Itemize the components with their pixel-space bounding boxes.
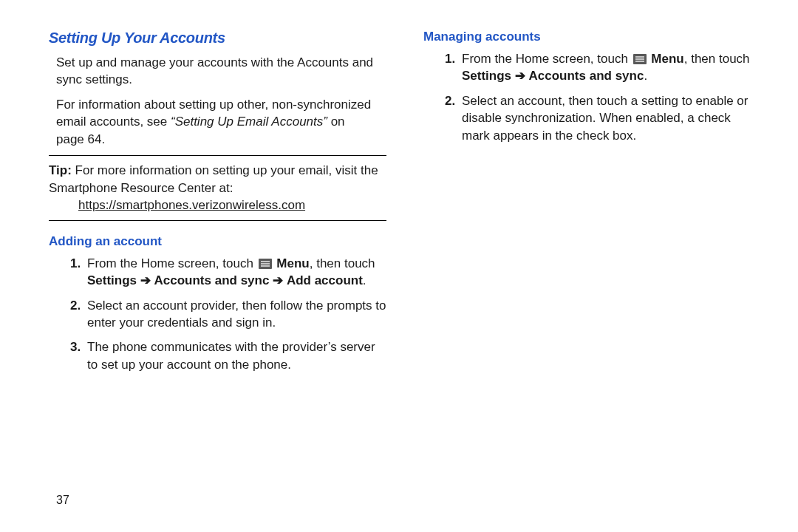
tip-label: Tip:: [49, 163, 72, 177]
cross-reference: “Setting Up Email Accounts”: [171, 115, 327, 129]
text-fragment: From the Home screen, touch: [87, 256, 257, 270]
sub-heading-adding: Adding an account: [49, 234, 386, 249]
page-number: 37: [56, 494, 69, 507]
menu-icon: [259, 259, 272, 269]
step-3: The phone communicates with the provider…: [84, 338, 386, 373]
arrow-icon: ➔: [515, 69, 525, 83]
menu-label: Menu: [651, 52, 683, 66]
section-title: Setting Up Your Accounts: [49, 30, 386, 47]
intro-paragraph-1: Set up and manage your accounts with the…: [49, 54, 386, 89]
nav-path-add: Add account: [287, 273, 363, 287]
nav-path-accounts: Accounts and sync: [154, 273, 270, 287]
step-2: Select an account provider, then follow …: [84, 297, 386, 332]
arrow-icon: ➔: [273, 273, 283, 287]
tip-link[interactable]: https://smartphones.verizonwireless.com: [78, 198, 305, 212]
text-fragment: From the Home screen, touch: [462, 52, 632, 66]
nav-path-accounts: Accounts and sync: [529, 69, 644, 83]
arrow-icon: ➔: [140, 273, 151, 287]
managing-steps: From the Home screen, touch Menu, then t…: [423, 50, 761, 144]
text-fragment: , then touch: [310, 256, 375, 270]
step-1: From the Home screen, touch Menu, then t…: [459, 50, 761, 85]
menu-label: Menu: [276, 256, 309, 270]
menu-icon: [633, 54, 647, 64]
nav-path-settings: Settings: [87, 273, 137, 287]
left-column: Setting Up Your Accounts Set up and mana…: [49, 30, 386, 532]
sub-heading-managing: Managing accounts: [423, 30, 761, 44]
nav-path-settings: Settings: [462, 69, 511, 83]
text-fragment: , then touch: [684, 52, 750, 66]
step-1: From the Home screen, touch Menu, then t…: [84, 255, 386, 290]
adding-steps: From the Home screen, touch Menu, then t…: [49, 255, 386, 374]
text-fragment: .: [644, 69, 647, 83]
intro-paragraph-2: For information about setting up other, …: [49, 96, 386, 148]
tip-text: For more information on setting up your …: [49, 163, 378, 194]
right-column: Managing accounts From the Home screen, …: [423, 30, 761, 532]
tip-block: Tip: For more information on setting up …: [49, 155, 386, 220]
step-2: Select an account, then touch a setting …: [459, 92, 761, 144]
text-fragment: .: [363, 273, 366, 287]
